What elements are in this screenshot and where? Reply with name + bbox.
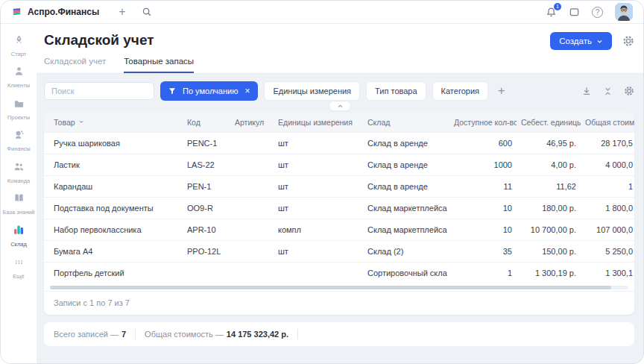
cell-unit-cost: 4,00 р. xyxy=(517,160,581,169)
notifications-bell-icon[interactable]: 1 xyxy=(546,7,557,18)
sidebar-item-finance[interactable]: Финансы xyxy=(1,129,37,152)
cell-warehouse: Склад маркетплейса xyxy=(363,204,449,213)
chevron-up-icon xyxy=(337,103,344,110)
table-row[interactable]: Портфель детский Сортировочный скла 1 1 … xyxy=(44,262,634,283)
cell-unit: шт xyxy=(274,247,363,256)
cell-product: Бумага А4 xyxy=(44,247,183,256)
filter-chip-product-type[interactable]: Тип товара xyxy=(366,81,426,101)
sidebar-item-label: Старт xyxy=(11,51,26,57)
add-filter-icon[interactable]: + xyxy=(498,84,505,98)
chat-icon[interactable] xyxy=(569,7,580,18)
summary-divider xyxy=(135,329,136,339)
projects-icon xyxy=(13,98,25,112)
sidebar-item-team[interactable]: Команда xyxy=(1,161,37,184)
table-row[interactable]: Набор первоклассника APR-10 компл Склад … xyxy=(44,219,634,240)
app-logo-icon xyxy=(11,7,22,18)
cell-total-cost: 5 250,0 xyxy=(581,247,634,256)
warehouse-icon xyxy=(13,224,25,239)
funnel-icon xyxy=(168,87,176,95)
sidebar-item-more[interactable]: Ещё xyxy=(1,257,37,280)
cell-total-cost: 1 800,0 xyxy=(581,204,634,213)
add-icon[interactable]: + xyxy=(119,6,125,18)
cell-qty: 11 xyxy=(449,182,517,191)
create-button[interactable]: Создать xyxy=(550,32,612,50)
cell-product: Набор первоклассника xyxy=(44,225,183,234)
horizontal-scrollbar[interactable] xyxy=(50,286,628,289)
cell-total-cost: 1 300,1 xyxy=(581,269,634,277)
sidebar-item-label: Проекты xyxy=(7,114,30,121)
total-cost-value: 14 175 323,42 р. xyxy=(227,330,288,339)
active-filter-chip[interactable]: По умолчанию × xyxy=(160,81,258,101)
cell-unit-cost: 150,00 р. xyxy=(517,247,581,256)
column-header-warehouse[interactable]: Склад xyxy=(363,118,449,127)
cell-product: Ластик xyxy=(44,160,183,169)
sidebar-item-label: База знаний xyxy=(3,209,35,216)
topbar: Аспро.Финансы + 1 ? xyxy=(1,1,643,24)
sidebar-item-clients[interactable]: Клиенты xyxy=(1,66,37,89)
chevron-down-icon xyxy=(596,38,603,45)
sidebar-item-knowledge-base[interactable]: База знаний xyxy=(1,192,37,216)
total-records-label: Всего записей — xyxy=(54,330,119,339)
sidebar-item-label: Финансы xyxy=(7,145,31,152)
search-input[interactable] xyxy=(44,82,154,100)
start-icon xyxy=(13,34,25,48)
inventory-table-card: Товар Код Артикул Единицы измерения Скла… xyxy=(44,113,634,315)
cell-qty: 35 xyxy=(449,247,517,256)
records-info: Записи с 1 по 7 из 7 xyxy=(44,291,634,315)
sidebar-item-start[interactable]: Старт xyxy=(1,34,37,57)
avatar[interactable] xyxy=(615,3,633,21)
sidebar-item-label: Команда xyxy=(7,178,31,184)
column-header-unit-cost[interactable]: Себест. единицы xyxy=(517,118,581,127)
cell-qty: 600 xyxy=(449,139,517,148)
cell-qty: 1000 xyxy=(449,160,517,169)
column-header-qty[interactable]: Доступное кол-во xyxy=(449,118,517,127)
column-header-code[interactable]: Код xyxy=(183,118,230,127)
table-row[interactable]: Бумага А4 PPO-12L шт Склад (2) 35 150,00… xyxy=(44,240,634,262)
create-button-label: Создать xyxy=(559,37,592,46)
cell-total-cost: 4 000,0 xyxy=(581,160,634,169)
sidebar-item-label: Ещё xyxy=(13,273,24,280)
cell-code: LAS-22 xyxy=(183,160,230,169)
cell-code: APR-10 xyxy=(183,225,230,234)
table-row[interactable]: Карандаш PEN-1 шт Склад в аренде 11 11,6… xyxy=(44,175,634,197)
search-icon[interactable] xyxy=(142,7,152,17)
filter-chip-category[interactable]: Категория xyxy=(432,81,488,101)
cell-total-cost: 28 170,5 xyxy=(581,139,634,148)
column-header-total-cost[interactable]: Общая стоим xyxy=(581,118,634,127)
help-icon[interactable]: ? xyxy=(592,7,603,18)
table-header-row: Товар Код Артикул Единицы измерения Скла… xyxy=(44,113,634,132)
cell-code: PENC-1 xyxy=(183,139,230,148)
total-records-value: 7 xyxy=(121,330,126,339)
collapse-filters-button[interactable] xyxy=(329,101,351,111)
cell-unit-cost: 1 300,19 р. xyxy=(517,269,581,277)
summary-bar: Всего записей —7 Общая стоимость —14 175… xyxy=(44,322,634,346)
cell-code: OO9-R xyxy=(183,204,230,213)
scrollbar-thumb[interactable] xyxy=(50,286,611,289)
collapse-icon[interactable] xyxy=(603,87,613,96)
table-row[interactable]: Ластик LAS-22 шт Склад в аренде 1000 4,0… xyxy=(44,154,634,175)
cell-code: PPO-12L xyxy=(183,247,230,256)
column-header-product[interactable]: Товар xyxy=(44,118,183,127)
column-header-article[interactable]: Артикул xyxy=(230,118,274,127)
knowledge-base-icon xyxy=(13,192,25,207)
sidebar-item-projects[interactable]: Проекты xyxy=(1,98,37,121)
sort-chevron-icon[interactable] xyxy=(78,119,84,125)
column-header-unit[interactable]: Единицы измерения xyxy=(274,118,363,127)
notification-badge: 1 xyxy=(554,3,561,10)
settings-gear-icon[interactable] xyxy=(622,35,634,47)
cell-code: PEN-1 xyxy=(183,182,230,191)
table-row[interactable]: Ручка шариковая PENC-1 шт Склад в аренде… xyxy=(44,132,634,154)
app-window: Аспро.Финансы + 1 ? Старт xyxy=(0,0,644,364)
table-settings-gear-icon[interactable] xyxy=(624,86,634,96)
cell-total-cost: 1 xyxy=(581,182,634,191)
filter-chip-units[interactable]: Единицы измерения xyxy=(264,81,360,101)
tab-inventory[interactable]: Товарные запасы xyxy=(124,57,194,73)
cell-product: Подставка под документы xyxy=(44,204,183,213)
cell-unit: компл xyxy=(274,225,363,234)
download-icon[interactable] xyxy=(581,86,592,96)
remove-filter-icon[interactable]: × xyxy=(244,86,250,96)
cell-unit: шт xyxy=(274,182,363,191)
sidebar-item-warehouse[interactable]: Склад xyxy=(1,224,37,248)
tab-warehouse-accounting[interactable]: Складской учет xyxy=(44,57,106,73)
table-row[interactable]: Подставка под документы OO9-R шт Склад м… xyxy=(44,197,634,219)
